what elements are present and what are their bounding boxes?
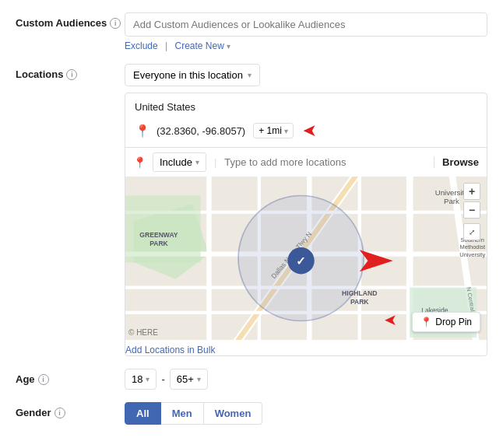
location-type-dropdown[interactable]: Everyone in this location ▾	[125, 64, 260, 86]
drop-pin-label: Drop Pin	[435, 317, 472, 327]
radius-value: + 1mi	[259, 125, 282, 136]
locations-info-icon[interactable]: i	[66, 69, 77, 80]
custom-audiences-content: Exclude | Create New ▾	[125, 12, 487, 51]
custom-audiences-info-icon[interactable]: i	[110, 18, 121, 29]
locations-row: Locations i Everyone in this location ▾ …	[16, 64, 487, 356]
age-min-value: 18	[132, 373, 142, 385]
gender-button-group: All Men Women	[125, 402, 487, 425]
age-content: 18 ▾ - 65+ ▾	[125, 369, 487, 390]
gender-content: All Men Women	[125, 402, 487, 425]
svg-text:HIGHLAND: HIGHLAND	[342, 289, 377, 297]
svg-text:University: University	[459, 251, 485, 258]
svg-text:✓: ✓	[296, 254, 306, 268]
map-zoom-out-button[interactable]: −	[463, 201, 480, 219]
svg-rect-17	[125, 195, 201, 262]
svg-text:Park: Park	[444, 197, 459, 205]
map-expand-button[interactable]: ⤢	[463, 223, 480, 240]
svg-text:PARK: PARK	[149, 240, 168, 247]
age-label-col: Age i	[16, 369, 125, 385]
location-search-row: 📍 Include ▾ | Browse	[125, 147, 487, 177]
gender-row: Gender i All Men Women	[16, 402, 487, 425]
location-coords: (32.8360, -96.8057)	[157, 125, 245, 137]
arrow-to-radius-icon: ➤	[303, 121, 317, 141]
map-container: University Park GREENWAY PARK HIGHLAND P…	[125, 177, 487, 340]
browse-button[interactable]: Browse	[434, 156, 479, 168]
custom-audiences-links: Exclude | Create New ▾	[125, 40, 487, 51]
location-search-pin-icon: 📍	[133, 156, 146, 169]
age-max-chevron-icon: ▾	[197, 375, 201, 383]
svg-text:GREENWAY: GREENWAY	[139, 231, 178, 239]
custom-audiences-label-col: Custom Audiences i	[16, 12, 125, 29]
arrow-to-drop-pin: ➤	[384, 310, 397, 329]
include-label: Include	[160, 156, 192, 168]
here-watermark: © HERE	[128, 328, 158, 337]
gender-men-button[interactable]: Men	[161, 402, 204, 425]
svg-text:PARK: PARK	[350, 298, 369, 306]
radius-dropdown[interactable]: + 1mi ▾	[253, 123, 294, 138]
location-box: United States 📍 (32.8360, -96.8057) + 1m…	[125, 93, 487, 356]
location-pin-icon: 📍	[135, 124, 150, 138]
create-new-button[interactable]: Create New ▾	[175, 40, 230, 51]
locations-content: Everyone in this location ▾ United State…	[125, 64, 487, 356]
search-separator: |	[214, 156, 216, 168]
custom-audiences-row: Custom Audiences i Exclude | Create New …	[16, 12, 487, 51]
map-zoom-in-button[interactable]: +	[463, 183, 480, 200]
gender-label-col: Gender i	[16, 402, 125, 418]
radius-chevron-icon: ▾	[284, 127, 288, 135]
gender-info-icon[interactable]: i	[55, 408, 65, 418]
age-max-value: 65+	[177, 373, 194, 385]
age-separator: -	[161, 373, 164, 385]
age-info-icon[interactable]: i	[38, 374, 49, 385]
exclude-link[interactable]: Exclude	[125, 40, 158, 51]
location-pin-row: 📍 (32.8360, -96.8057) + 1mi ▾ ➤	[125, 117, 487, 147]
location-dropdown-chevron-icon: ▾	[248, 71, 252, 79]
custom-audiences-input[interactable]	[125, 12, 487, 37]
locations-label: Locations	[16, 68, 63, 80]
add-locations-bulk-link[interactable]: Add Locations in Bulk	[125, 345, 487, 355]
gender-all-button[interactable]: All	[125, 402, 161, 425]
age-min-chevron-icon: ▾	[146, 375, 149, 383]
include-dropdown[interactable]: Include ▾	[153, 152, 206, 172]
gender-label: Gender	[16, 407, 51, 418]
custom-audiences-label: Custom Audiences	[16, 17, 107, 29]
create-new-chevron-icon: ▾	[227, 42, 230, 51]
map-controls: + − ⤢	[463, 183, 480, 240]
age-max-dropdown[interactable]: 65+ ▾	[170, 369, 208, 390]
svg-text:Methodist: Methodist	[459, 243, 485, 250]
location-country: United States	[125, 93, 487, 117]
gender-women-button[interactable]: Women	[204, 402, 263, 425]
age-min-dropdown[interactable]: 18 ▾	[125, 369, 157, 390]
drop-pin-icon: 📍	[420, 317, 432, 327]
include-chevron-icon: ▾	[195, 158, 199, 166]
age-label: Age	[16, 373, 35, 385]
drop-pin-button[interactable]: 📍 Drop Pin	[412, 312, 480, 332]
location-search-input[interactable]	[224, 156, 427, 168]
location-type-value: Everyone in this location	[133, 69, 243, 81]
locations-label-col: Locations i	[16, 64, 125, 80]
link-separator: |	[165, 40, 167, 51]
age-row: Age i 18 ▾ - 65+ ▾	[16, 369, 487, 390]
